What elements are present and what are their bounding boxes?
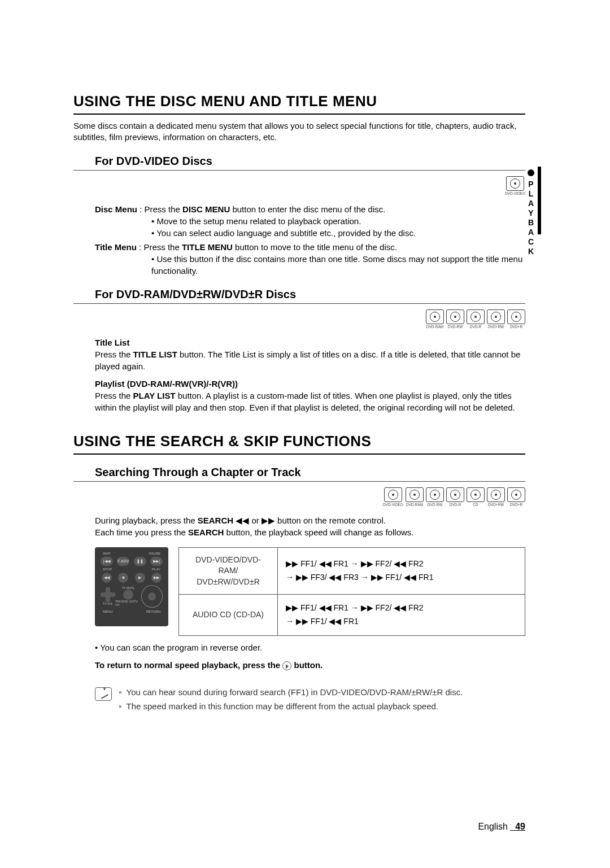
play-list-button-name: PLAY LIST [133, 391, 176, 400]
table-row: DVD-VIDEO/DVD-RAM/ DVD±RW/DVD±R ▶▶ FF1/ … [179, 547, 525, 595]
ram-block: Title List Press the TITLE LIST button. … [73, 337, 525, 413]
note-item: You can hear sound during forward search… [119, 687, 463, 697]
title-menu-bullet-1: Use this button if the disc contains mor… [95, 253, 525, 277]
normal-speed-note: To return to normal speed playback, pres… [73, 660, 525, 670]
search-speed-table: DVD-VIDEO/DVD-RAM/ DVD±RW/DVD±R ▶▶ FF1/ … [178, 547, 525, 636]
section-tab-label: PLAYBACK [526, 180, 535, 256]
disc-icon: DVD-RAM [406, 487, 424, 507]
title-list-head: Title List [95, 337, 525, 348]
disc-icon: DVD-R [467, 309, 485, 329]
disc-icons-ram: DVD-RAM DVD-RW DVD-R DVD+RW DVD+R [73, 309, 525, 329]
playlist-head: Playlist (DVD-RAM/-RW(VR)/-R(VR)) [95, 378, 525, 390]
disc-icon: DVD+RW [487, 309, 505, 329]
remote-stop-icon: ■ [118, 573, 128, 583]
disc-icon: DVD-VIDEO [383, 487, 403, 507]
heading-search-skip: USING THE SEARCH & SKIP FUNCTIONS [73, 433, 525, 455]
title-menu-button-name: TITLE MENU [182, 242, 233, 252]
remote-fadv-icon: F.ADV [117, 557, 129, 566]
page-footer: English _49 [478, 822, 525, 832]
disc-menu-button-name: DISC MENU [182, 204, 230, 214]
disc-icon: DVD+R [507, 309, 525, 329]
subhead-dvd-ram: For DVD-RAM/DVD±RW/DVD±R Discs [73, 288, 525, 304]
table-sequence-cell: ▶▶ FF1/ ◀◀ FR1 → ▶▶ FF2/ ◀◀ FR2 → ▶▶ FF3… [278, 547, 525, 595]
remote-pause-icon: ❚❚ [134, 557, 146, 566]
dvdvideo-block: Disc Menu : Press the DISC MENU button t… [73, 203, 525, 277]
disc-menu-bullet-1: Move to the setup menu related to playba… [95, 215, 525, 227]
disc-icon: DVD+R [507, 487, 525, 507]
table-sequence-cell: ▶▶ FF1/ ◀◀ FR1 → ▶▶ FF2/ ◀◀ FR2 → ▶▶ FF1… [278, 595, 525, 636]
disc-icon: DVD+RW [487, 487, 505, 507]
remote-rewind-icon: ◀◀ [102, 573, 112, 583]
search-instructions: During playback, press the SEARCH ◀◀ or … [73, 514, 525, 538]
intro-paragraph: Some discs contain a dedicated menu syst… [73, 120, 525, 143]
disc-icons-search: DVD-VIDEO DVD-RAM DVD-RW DVD-R CD DVD+RW… [73, 487, 525, 507]
disc-icon: DVD-RW [446, 309, 464, 329]
note-item: The speed marked in this function may be… [119, 701, 463, 711]
title-list-button-name: TITLE LIST [133, 350, 177, 359]
title-menu-label: Title Menu [95, 242, 137, 252]
disc-icon: DVD-R [446, 487, 464, 507]
note-list: You can hear sound during forward search… [119, 687, 463, 711]
reverse-scan-note: You can scan the program in reverse orde… [73, 643, 525, 652]
remote-ffwd-icon: ▶▶ [151, 573, 162, 583]
remote-diagram: SKIPPAUSE |◀◀ F.ADV ❚❚ ▶▶| STOPPLAY ◀◀ ■… [95, 547, 168, 626]
remote-mute-icon [123, 590, 133, 600]
subhead-search-chapter: Searching Through a Chapter or Track [73, 466, 525, 482]
remote-skip-back-icon: |◀◀ [101, 557, 113, 566]
remote-volume-plus-icon [101, 587, 115, 602]
heading-disc-title-menu: USING THE DISC MENU AND TITLE MENU [73, 93, 525, 115]
disc-menu-label: Disc Menu [95, 204, 137, 214]
disc-icon: CD [467, 487, 485, 507]
table-media-cell: AUDIO CD (CD-DA) [179, 595, 278, 636]
disc-menu-bullet-2: You can select audio language and subtit… [95, 227, 525, 239]
note-icon [95, 687, 112, 701]
tab-dot-icon [528, 169, 534, 176]
play-button-icon [282, 661, 291, 670]
disc-icon: DVD-RAM [426, 309, 444, 329]
section-tab: PLAYBACK [526, 169, 535, 256]
disc-icon: DVD-RW [426, 487, 444, 507]
remote-dpad-icon [141, 585, 163, 608]
subhead-dvd-video: For DVD-VIDEO Discs [73, 155, 525, 171]
remote-play-icon: ▶ [135, 573, 145, 583]
disc-icons-dvdvideo: DVD-VIDEO [73, 176, 525, 195]
table-row: AUDIO CD (CD-DA) ▶▶ FF1/ ◀◀ FR1 → ▶▶ FF2… [179, 595, 525, 636]
table-media-cell: DVD-VIDEO/DVD-RAM/ DVD±RW/DVD±R [179, 547, 278, 595]
side-marker-bar [538, 167, 541, 234]
remote-skip-fwd-icon: ▶▶| [150, 557, 163, 566]
disc-icon: DVD-VIDEO [505, 176, 525, 195]
